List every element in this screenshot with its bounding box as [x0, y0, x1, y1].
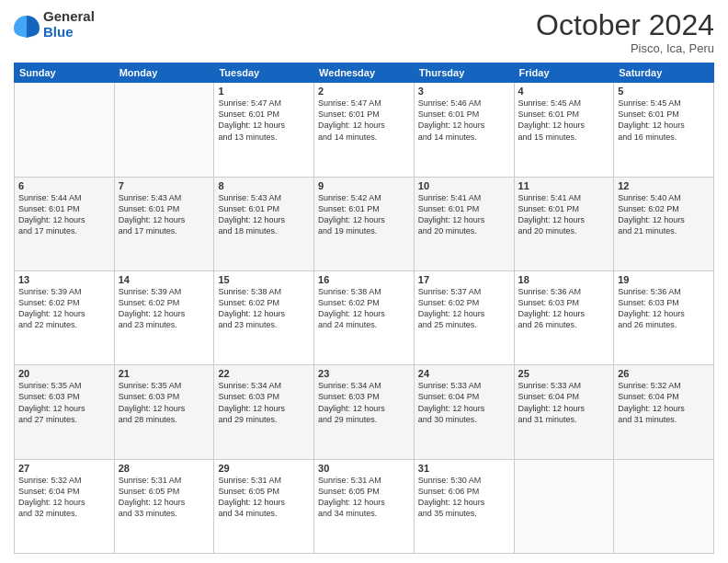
day-number: 15	[218, 274, 310, 285]
calendar-cell: 15Sunrise: 5:38 AMSunset: 6:02 PMDayligh…	[214, 270, 314, 364]
cell-text: Daylight: 12 hours	[18, 308, 110, 319]
cell-text: Sunrise: 5:39 AM	[119, 286, 210, 297]
cell-text: Sunset: 6:03 PM	[119, 391, 210, 402]
calendar-cell: 12Sunrise: 5:40 AMSunset: 6:02 PMDayligh…	[614, 177, 714, 270]
calendar-cell: 21Sunrise: 5:35 AMSunset: 6:03 PMDayligh…	[114, 365, 214, 459]
cell-text: Sunset: 6:03 PM	[618, 297, 710, 308]
cell-text: Sunrise: 5:43 AM	[119, 192, 210, 203]
weekday-header: Saturday	[614, 63, 714, 83]
calendar-cell	[514, 459, 614, 553]
cell-text: Daylight: 12 hours	[518, 120, 610, 131]
calendar-cell: 27Sunrise: 5:32 AMSunset: 6:04 PMDayligh…	[15, 459, 115, 553]
calendar-week-row: 20Sunrise: 5:35 AMSunset: 6:03 PMDayligh…	[15, 365, 714, 459]
cell-text: Sunset: 6:01 PM	[318, 203, 410, 214]
cell-text: and 31 minutes.	[618, 414, 710, 425]
cell-text: and 14 minutes.	[418, 132, 510, 143]
day-number: 25	[518, 368, 610, 379]
cell-text: Sunrise: 5:35 AM	[18, 380, 110, 391]
cell-text: and 25 minutes.	[418, 319, 510, 330]
cell-text: Sunrise: 5:37 AM	[418, 286, 510, 297]
cell-text: Sunrise: 5:41 AM	[518, 192, 610, 203]
cell-text: Sunrise: 5:34 AM	[218, 380, 310, 391]
cell-text: Daylight: 12 hours	[318, 214, 410, 225]
title-block: October 2024 Pisco, Ica, Peru	[536, 9, 714, 55]
day-number: 9	[318, 180, 410, 191]
cell-text: and 28 minutes.	[119, 414, 210, 425]
day-number: 30	[318, 463, 410, 474]
day-number: 8	[218, 180, 310, 191]
cell-text: Sunset: 6:04 PM	[18, 486, 110, 497]
calendar-week-row: 27Sunrise: 5:32 AMSunset: 6:04 PMDayligh…	[15, 459, 714, 553]
cell-text: Daylight: 12 hours	[119, 308, 210, 319]
cell-text: Sunrise: 5:33 AM	[518, 380, 610, 391]
day-number: 7	[119, 180, 210, 191]
cell-text: Sunrise: 5:31 AM	[119, 475, 210, 486]
cell-text: Daylight: 12 hours	[119, 497, 210, 508]
calendar-cell: 29Sunrise: 5:31 AMSunset: 6:05 PMDayligh…	[214, 459, 314, 553]
cell-text: Sunset: 6:01 PM	[618, 109, 710, 120]
cell-text: Daylight: 12 hours	[518, 403, 610, 414]
cell-text: Sunrise: 5:38 AM	[218, 286, 310, 297]
weekday-header: Wednesday	[314, 63, 415, 83]
cell-text: Sunset: 6:04 PM	[418, 391, 510, 402]
cell-text: Sunset: 6:02 PM	[218, 297, 310, 308]
cell-text: Daylight: 12 hours	[18, 214, 110, 225]
day-number: 10	[418, 180, 510, 191]
calendar-cell: 23Sunrise: 5:34 AMSunset: 6:03 PMDayligh…	[314, 365, 415, 459]
cell-text: and 26 minutes.	[618, 319, 710, 330]
calendar-cell: 16Sunrise: 5:38 AMSunset: 6:02 PMDayligh…	[314, 270, 415, 364]
day-number: 16	[318, 274, 410, 285]
cell-text: Daylight: 12 hours	[618, 308, 710, 319]
cell-text: Sunset: 6:01 PM	[218, 109, 310, 120]
calendar-cell: 17Sunrise: 5:37 AMSunset: 6:02 PMDayligh…	[414, 270, 514, 364]
day-number: 6	[18, 180, 110, 191]
calendar-cell: 30Sunrise: 5:31 AMSunset: 6:05 PMDayligh…	[314, 459, 415, 553]
cell-text: Daylight: 12 hours	[18, 403, 110, 414]
cell-text: and 17 minutes.	[119, 225, 210, 236]
cell-text: and 29 minutes.	[218, 414, 310, 425]
location: Pisco, Ica, Peru	[536, 41, 714, 55]
cell-text: Sunrise: 5:38 AM	[318, 286, 410, 297]
calendar-cell: 26Sunrise: 5:32 AMSunset: 6:04 PMDayligh…	[614, 365, 714, 459]
weekday-header: Tuesday	[214, 63, 314, 83]
cell-text: and 15 minutes.	[518, 132, 610, 143]
weekday-header-row: SundayMondayTuesdayWednesdayThursdayFrid…	[15, 63, 714, 83]
cell-text: and 26 minutes.	[518, 319, 610, 330]
cell-text: Daylight: 12 hours	[618, 214, 710, 225]
calendar-cell: 5Sunrise: 5:45 AMSunset: 6:01 PMDaylight…	[614, 83, 714, 177]
day-number: 24	[418, 368, 510, 379]
calendar-cell: 25Sunrise: 5:33 AMSunset: 6:04 PMDayligh…	[514, 365, 614, 459]
cell-text: Daylight: 12 hours	[318, 497, 410, 508]
page: General Blue October 2024 Pisco, Ica, Pe…	[0, 0, 728, 563]
cell-text: Daylight: 12 hours	[119, 214, 210, 225]
calendar-cell: 20Sunrise: 5:35 AMSunset: 6:03 PMDayligh…	[15, 365, 115, 459]
cell-text: Sunset: 6:03 PM	[218, 391, 310, 402]
cell-text: and 23 minutes.	[119, 319, 210, 330]
cell-text: and 35 minutes.	[418, 508, 510, 519]
cell-text: Sunrise: 5:40 AM	[618, 192, 710, 203]
cell-text: Sunrise: 5:31 AM	[318, 475, 410, 486]
calendar-cell: 11Sunrise: 5:41 AMSunset: 6:01 PMDayligh…	[514, 177, 614, 270]
day-number: 13	[18, 274, 110, 285]
cell-text: and 24 minutes.	[318, 319, 410, 330]
cell-text: Sunset: 6:05 PM	[119, 486, 210, 497]
day-number: 2	[318, 86, 410, 97]
cell-text: Sunset: 6:01 PM	[218, 203, 310, 214]
cell-text: Sunset: 6:04 PM	[518, 391, 610, 402]
cell-text: Sunset: 6:04 PM	[618, 391, 710, 402]
calendar-cell: 7Sunrise: 5:43 AMSunset: 6:01 PMDaylight…	[114, 177, 214, 270]
cell-text: Sunset: 6:01 PM	[318, 109, 410, 120]
calendar-cell: 9Sunrise: 5:42 AMSunset: 6:01 PMDaylight…	[314, 177, 415, 270]
calendar-cell: 31Sunrise: 5:30 AMSunset: 6:06 PMDayligh…	[414, 459, 514, 553]
cell-text: Sunrise: 5:44 AM	[18, 192, 110, 203]
cell-text: Sunrise: 5:35 AM	[119, 380, 210, 391]
cell-text: and 33 minutes.	[119, 508, 210, 519]
cell-text: Sunset: 6:03 PM	[18, 391, 110, 402]
cell-text: Sunset: 6:02 PM	[418, 297, 510, 308]
day-number: 27	[18, 463, 110, 474]
day-number: 21	[119, 368, 210, 379]
weekday-header: Monday	[114, 63, 214, 83]
cell-text: and 17 minutes.	[18, 225, 110, 236]
cell-text: Sunset: 6:01 PM	[418, 203, 510, 214]
cell-text: Sunrise: 5:33 AM	[418, 380, 510, 391]
